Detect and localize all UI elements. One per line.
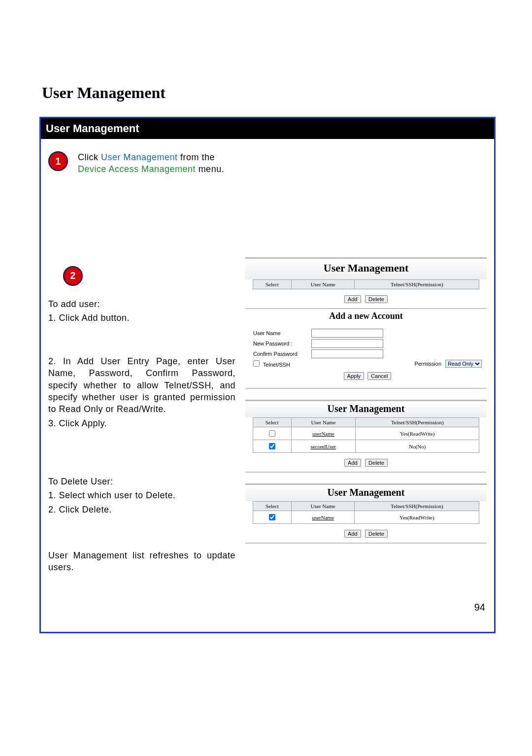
table-row: secondUser No(No) — [253, 440, 479, 453]
row-user: secondUser — [291, 440, 356, 453]
step1-post: menu. — [199, 164, 225, 174]
th-perm: Telnet/SSH(Permission) — [355, 502, 479, 511]
apply-button[interactable]: Apply — [344, 372, 365, 380]
right-column: User Management Select User Name Telnet/… — [245, 257, 487, 624]
del-title: To Delete User: — [48, 476, 235, 487]
del-1: 1. Select which user to Delete. — [48, 489, 235, 501]
delete-button[interactable]: Delete — [365, 459, 388, 467]
page-title: User Management — [42, 84, 493, 102]
new-password-field[interactable] — [311, 339, 383, 348]
th-select: Select — [253, 418, 291, 427]
user-name-field[interactable] — [311, 329, 383, 338]
row-user: userName — [291, 427, 356, 440]
um-table-empty: Select User Name Telnet/SSH(Permission) — [253, 279, 480, 289]
th-user: User Name — [291, 418, 356, 427]
th-perm: Telnet/SSH(Permission) — [356, 418, 479, 427]
add-2: 2. In Add User Entry Page, enter User Na… — [48, 355, 235, 415]
step-badge-1: 1 — [48, 151, 68, 171]
th-user: User Name — [292, 280, 355, 289]
delete-button[interactable]: Delete — [365, 295, 388, 303]
telnet-ssh-checkbox[interactable] — [253, 360, 260, 367]
instruction-panel: User Management 1 Click User Management … — [39, 117, 496, 633]
del-2: 2. Click Delete. — [48, 504, 235, 515]
step-badge-2: 2 — [63, 266, 83, 286]
step-1-text: Click User Management from the Device Ac… — [78, 151, 235, 177]
menu-name: Device Access Management — [78, 164, 196, 174]
table-row: userName Yes(ReadWrite) — [253, 427, 479, 440]
add-account-title: Add a new Account — [245, 308, 487, 325]
add-button[interactable]: Add — [344, 459, 361, 467]
add-1: 1. Click Add button. — [48, 312, 235, 324]
cancel-button[interactable]: Cancel — [367, 372, 391, 380]
th-perm: Telnet/SSH(Permission) — [355, 280, 479, 289]
um-screenshot-3: User Management Select User Name Telnet/… — [245, 483, 487, 544]
table-row: userName Yes(ReadWrite) — [253, 511, 479, 524]
step-2-text: To add user: 1. Click Add button. 2. In … — [48, 298, 235, 574]
th-select: Select — [253, 502, 291, 511]
step-1: 1 Click User Management from the Device … — [48, 151, 235, 177]
add-button[interactable]: Add — [344, 295, 361, 303]
new-password-label: New Password : — [253, 341, 307, 346]
confirm-password-label: Confirm Password — [253, 351, 307, 357]
th-select: Select — [253, 280, 291, 289]
row-checkbox[interactable] — [269, 430, 275, 437]
add-title: To add user: — [48, 298, 235, 310]
refresh-note: User Management list refreshes to update… — [48, 550, 235, 574]
telnet-ssh-label: Telnet/SSH — [263, 362, 290, 368]
row-checkbox[interactable] — [269, 514, 275, 520]
permission-select[interactable]: Read Only — [445, 360, 482, 368]
row-perm: Yes(ReadWrite) — [355, 511, 479, 524]
um-title-1: User Management — [245, 259, 487, 279]
um-title-3: User Management — [245, 485, 487, 501]
step1-pre: Click — [78, 152, 101, 162]
page-number: 94 — [474, 602, 485, 613]
um-title-2: User Management — [245, 401, 487, 417]
add-button[interactable]: Add — [344, 530, 361, 538]
panel-body: 1 Click User Management from the Device … — [41, 139, 494, 632]
step1-mid: from the — [180, 152, 215, 162]
permission-label: Permission — [415, 361, 441, 367]
delete-button[interactable]: Delete — [365, 530, 388, 538]
row-perm: No(No) — [356, 440, 479, 453]
panel-header: User Management — [41, 118, 494, 139]
add-3: 3. Click Apply. — [48, 417, 235, 429]
user-management-link: User Management — [101, 152, 178, 162]
document-page: User Management User Management 1 Click … — [0, 0, 532, 756]
um-table-3: Select User Name Telnet/SSH(Permission) … — [253, 501, 480, 524]
row-checkbox[interactable] — [269, 443, 275, 449]
um-screenshot-1: User Management Select User Name Telnet/… — [245, 257, 487, 389]
row-perm: Yes(ReadWrite) — [356, 427, 479, 440]
row-user: userName — [292, 511, 355, 524]
um-table-2: Select User Name Telnet/SSH(Permission) … — [253, 417, 480, 453]
left-column: 1 Click User Management from the Device … — [48, 151, 235, 624]
confirm-password-field[interactable] — [311, 349, 383, 358]
user-name-label: User Name — [253, 330, 307, 336]
um-screenshot-2: User Management Select User Name Telnet/… — [245, 400, 487, 473]
th-user: User Name — [292, 502, 355, 511]
add-account-form: User Name New Password : Confirm Passwor… — [245, 325, 487, 388]
